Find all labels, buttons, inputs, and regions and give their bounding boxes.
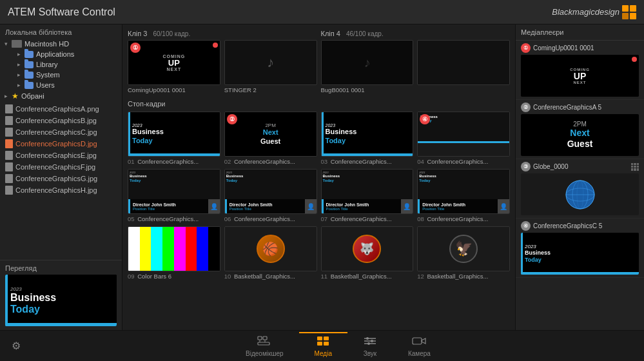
clip-item-bug[interactable]: ♪ BugB0001 0001	[321, 40, 414, 93]
bt-year-2: 2023	[326, 123, 336, 128]
clip-number-badge: ①	[130, 43, 141, 53]
lt-photo-05: 👤	[208, 199, 220, 213]
bt-today-2: Today	[326, 137, 346, 144]
media-player-3[interactable]: ③ Globe_0000	[516, 159, 644, 219]
still-10[interactable]: 🏀 10 Basketball_Graphics...	[224, 226, 317, 280]
still-thumb-08: 2023 BusinessToday Director John Smith P…	[417, 169, 510, 214]
svg-rect-6	[263, 337, 267, 340]
mp4-today: Today	[525, 257, 542, 263]
still-12[interactable]: 🦅 12 Basketball_Graphics...	[417, 226, 510, 280]
arrow-icon: ▸	[15, 51, 22, 57]
videomixer-icon	[257, 336, 271, 349]
file-item-e[interactable]: ConferenceGraphicsE.jpg	[0, 150, 122, 161]
right-panel: Медіаплеєри ① ComingUp0001 0001 COMING U…	[515, 24, 644, 330]
mp2-ng-text: NextGuest	[567, 128, 593, 150]
arrow-icon: ▸	[15, 61, 22, 68]
audio-svg	[363, 336, 377, 346]
sidebar-item-applications[interactable]: ▸ Applications	[0, 49, 122, 59]
bt-title: BusinessToday	[132, 128, 164, 144]
eagle-icon: 🦅	[449, 235, 478, 263]
lt-lower-05: Director John Smith Position Title 👤	[128, 199, 220, 213]
still-11[interactable]: 🐺 11 Basketball_Graphics...	[321, 226, 414, 280]
cbar-g	[162, 227, 174, 271]
still-label-03: 03 ConferenceGraphics...	[321, 158, 414, 165]
colorbars-thumb	[128, 227, 220, 271]
media-svg	[317, 336, 329, 346]
clip-item-1[interactable]: ① COMING UP NEXT ComingUp0001 0001	[128, 40, 220, 93]
tab-media[interactable]: Медіа	[299, 332, 347, 360]
preview-left-bar	[5, 275, 8, 326]
basketball-wolf-icon: 🐺	[353, 235, 381, 263]
media-label: Медіа	[315, 350, 332, 357]
still-thumb-10: 🏀	[224, 226, 317, 271]
logo-squares	[622, 5, 636, 19]
tab-camera[interactable]: Камера	[393, 332, 446, 360]
still-05[interactable]: 2023 BusinessToday Director John Smith P…	[128, 169, 220, 222]
mp4-thumb: 2023 BusinessToday	[521, 233, 639, 275]
file-item-f[interactable]: ConferenceGraphicsF.jpg	[0, 161, 122, 173]
file-item-h[interactable]: ConferenceGraphicsH.jpg	[0, 184, 122, 196]
file-item-g[interactable]: ConferenceGraphicsG.jpg	[0, 173, 122, 184]
arrow-icon: ▸	[15, 72, 22, 78]
svg-rect-13	[324, 342, 329, 346]
settings-button[interactable]: ⚙	[0, 340, 32, 352]
file-item-a[interactable]: ConferenceGraphicsA.png	[0, 103, 122, 115]
camera-svg	[412, 336, 426, 346]
file-item-d[interactable]: ConferenceGraphicsD.jpg	[0, 138, 122, 150]
sidebar-item-label: Applications	[36, 50, 74, 58]
media-player-4[interactable]: ④ ConferenceGraphicsC 5 2023 BusinessTod…	[516, 219, 644, 278]
settings-icon: ⚙	[12, 340, 21, 352]
bt-mini-05: 2023 BusinessToday	[130, 171, 147, 182]
dark-thumb: ♪	[322, 41, 413, 84]
clip4-header: Кліп 4 46/100 кадр.	[321, 30, 511, 37]
preview-bt-graphic: 2023 Business Today	[5, 275, 117, 326]
preview-label: Перегляд	[5, 264, 117, 272]
clip-label-bug: BugB0001 0001	[321, 86, 414, 93]
arrow-icon: ▾	[3, 41, 9, 47]
still-07[interactable]: 2023 BusinessToday Director John Smith P…	[321, 169, 414, 222]
sidebar-item-macintosh-hd[interactable]: ▾ Macintosh HD	[0, 39, 122, 49]
clip-item-stinger[interactable]: ♪ STINGER 2	[224, 40, 317, 93]
tab-audio[interactable]: Звук	[347, 332, 393, 360]
sidebar-item-label: Users	[36, 81, 55, 89]
sidebar-item-users[interactable]: ▸ Users	[0, 80, 122, 90]
bt-today: Today	[132, 137, 153, 144]
media-player-2[interactable]: ② ConferenceGraphicsA 5 2PM NextGuest	[516, 100, 644, 159]
clip3-title: Кліп 3	[128, 30, 147, 37]
clip4-title: Кліп 4	[321, 30, 340, 37]
file-icon	[5, 174, 13, 183]
app-title: ATEM Software Control	[8, 6, 115, 18]
lt-name-07: Director John Smith	[326, 202, 399, 207]
mp4-bar	[521, 272, 639, 275]
still-03[interactable]: 2023 BusinessToday 03 ConferenceGraphics…	[321, 112, 414, 165]
still-01[interactable]: 2023 BusinessToday 01 ConferenceGraphics…	[128, 112, 220, 165]
media-player-1[interactable]: ① ComingUp0001 0001 COMING UP NEXT	[516, 41, 644, 100]
still-02[interactable]: ② 2PM NextGuest 02 ConferenceGraphics...	[224, 112, 317, 165]
tab-videomixer[interactable]: Відеомікшер	[230, 332, 298, 360]
still-04[interactable]: ④ BusinessToday 04 ConferenceGraphics...	[417, 112, 510, 165]
folder-icon	[24, 82, 34, 89]
file-item-c[interactable]: ConferenceGraphicsC.jpg	[0, 126, 122, 138]
sidebar-item-label: Macintosh HD	[24, 40, 69, 48]
still-09[interactable]: 09 Color Bars 6	[128, 226, 220, 280]
lt-thumb-07: 2023 BusinessToday Director John Smith P…	[322, 170, 413, 213]
lt-title-06: Position Title	[229, 207, 302, 211]
lt-title-07: Position Title	[326, 207, 399, 211]
mp1-coming-text: COMING UP NEXT	[570, 68, 590, 84]
sidebar-item-library[interactable]: ▸ Library	[0, 59, 122, 70]
file-item-b[interactable]: ConferenceGraphicsB.jpg	[0, 115, 122, 126]
arrow-icon: ▸	[15, 82, 22, 88]
file-icon	[5, 162, 13, 171]
mp3-header: ③ Globe_0000	[521, 162, 639, 171]
sidebar-item-system[interactable]: ▸ System	[0, 70, 122, 80]
sidebar-item-favourites[interactable]: ▸ ★ Обрані	[0, 90, 122, 102]
svg-point-19	[367, 342, 370, 345]
main-area: Локальна бібліотека ▾ Macintosh HD ▸ App…	[0, 24, 644, 330]
basketball-thumb-11: 🐺	[322, 227, 413, 271]
still-06[interactable]: 2023 BusinessToday Director John Smith P…	[224, 169, 317, 222]
clip-label-stinger: STINGER 2	[224, 86, 317, 93]
globe-visual	[521, 173, 639, 215]
still-08[interactable]: 2023 BusinessToday Director John Smith P…	[417, 169, 510, 222]
still-thumb-06: 2023 BusinessToday Director John Smith P…	[224, 169, 317, 214]
lt-text-05: Director John Smith Position Title	[130, 201, 208, 212]
